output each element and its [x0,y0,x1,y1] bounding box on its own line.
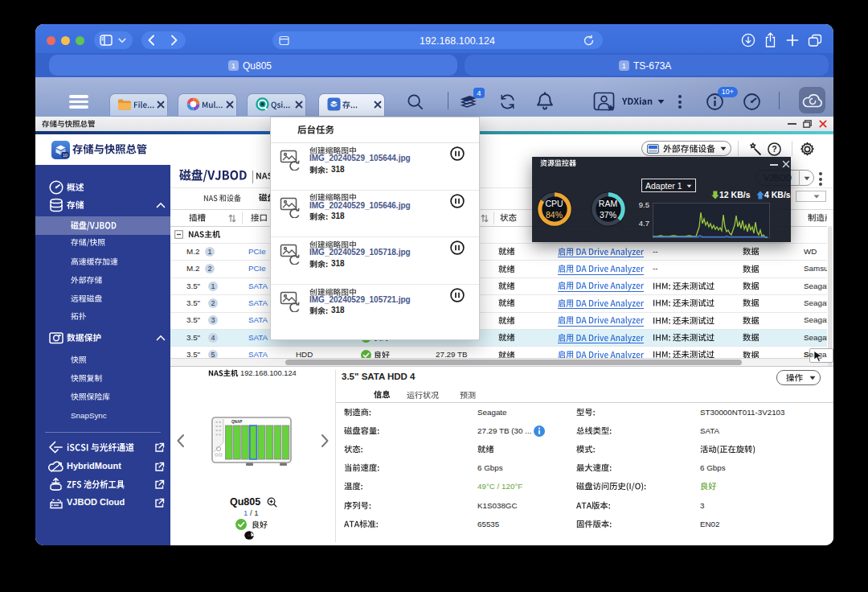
svg-text:QNAP: QNAP [231,420,242,424]
svg-text:?: ? [772,145,776,154]
svg-text:10: 10 [63,153,68,158]
